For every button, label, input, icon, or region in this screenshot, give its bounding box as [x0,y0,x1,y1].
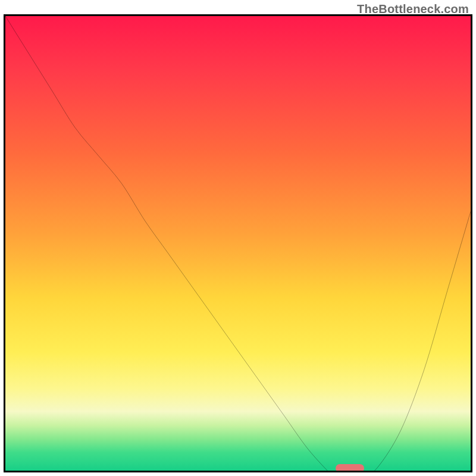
bottleneck-curve [5,16,471,472]
minimum-marker [336,464,364,472]
curve-path [5,16,471,472]
chart-frame [4,14,472,472]
